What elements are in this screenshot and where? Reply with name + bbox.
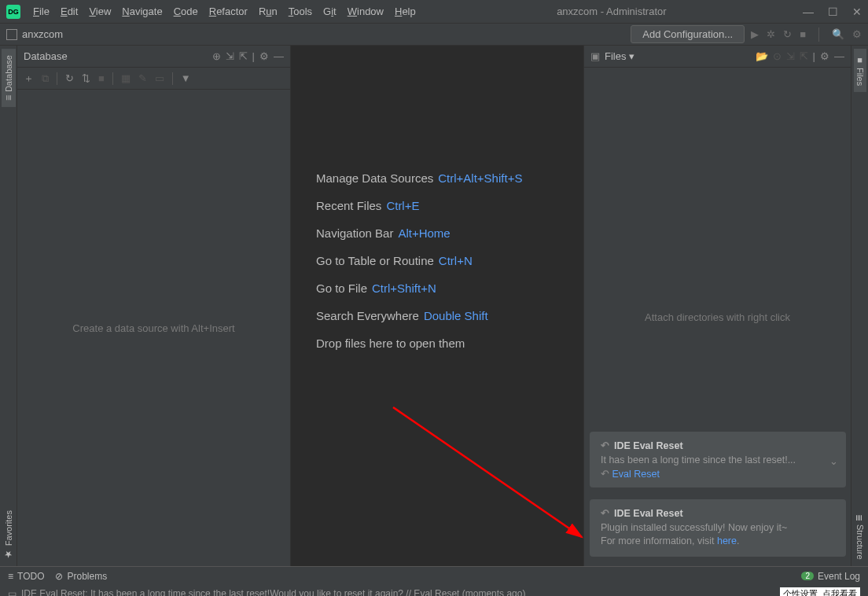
menu-help[interactable]: Help bbox=[390, 3, 421, 20]
filter-icon[interactable]: ▼ bbox=[181, 72, 191, 84]
refresh-icon[interactable]: ↻ bbox=[65, 72, 74, 84]
database-panel-title: Database bbox=[24, 50, 208, 62]
hint-go-to-file[interactable]: Go to FileCtrl+Shift+N bbox=[316, 281, 436, 295]
gear-icon[interactable]: ⚙ bbox=[259, 50, 269, 62]
duplicate-icon[interactable]: ⧉ bbox=[42, 72, 49, 85]
expand-icon[interactable]: ⇲ bbox=[786, 50, 795, 62]
coverage-icon[interactable]: ↻ bbox=[783, 28, 792, 40]
maximize-button[interactable]: ☐ bbox=[828, 6, 838, 18]
files-panel-title[interactable]: Files ▾ bbox=[605, 50, 751, 62]
database-icon: ≡ bbox=[3, 95, 14, 101]
separator: | bbox=[252, 50, 255, 62]
status-problems[interactable]: ⊘Problems bbox=[55, 571, 107, 582]
target-icon[interactable]: ⊙ bbox=[773, 50, 782, 62]
edit-icon[interactable]: ✎ bbox=[138, 72, 147, 84]
left-tool-rail: ≡ Database ★ Favorites bbox=[0, 46, 17, 566]
search-icon[interactable]: 🔍 bbox=[832, 28, 844, 40]
tab-database[interactable]: ≡ Database bbox=[2, 49, 16, 107]
list-icon: ≡ bbox=[8, 571, 13, 582]
separator bbox=[818, 28, 819, 42]
menu-git[interactable]: Git bbox=[318, 3, 341, 20]
status-message-bar: ▭ IDE Eval Reset: It has been a long tim… bbox=[0, 585, 868, 596]
database-panel-header: Database ⊕ ⇲ ⇱ | ⚙ — bbox=[17, 46, 290, 68]
menu-window[interactable]: Window bbox=[343, 3, 388, 20]
files-panel: ▣ Files ▾ 📂 ⊙ ⇲ ⇱ | ⚙ — Attach directori… bbox=[583, 46, 851, 566]
editor-area[interactable]: Manage Data SourcesCtrl+Alt+Shift+S Rece… bbox=[291, 46, 583, 566]
target-icon[interactable]: ⊕ bbox=[212, 50, 221, 62]
undo-icon: ↶ bbox=[601, 469, 609, 480]
menu-run[interactable]: Run bbox=[254, 3, 282, 20]
settings-icon[interactable]: ⚙ bbox=[852, 28, 862, 40]
collapse-icon[interactable]: ⇱ bbox=[239, 50, 248, 62]
files-panel-body[interactable]: Attach directories with right click bbox=[584, 68, 851, 566]
open-icon[interactable]: 📂 bbox=[756, 50, 768, 62]
warning-icon: ⊘ bbox=[55, 571, 63, 582]
folder-icon: ■ bbox=[855, 55, 865, 64]
undo-icon: ↶ bbox=[601, 507, 609, 519]
project-icon bbox=[6, 29, 17, 40]
tab-database-label: Database bbox=[4, 55, 13, 92]
menu-view[interactable]: View bbox=[84, 3, 116, 20]
tab-favorites[interactable]: ★ Favorites bbox=[2, 504, 16, 566]
gear-icon[interactable]: ⚙ bbox=[820, 50, 829, 62]
menu-edit[interactable]: Edit bbox=[56, 3, 83, 20]
add-icon[interactable]: ＋ bbox=[24, 72, 34, 86]
hint-drop-files: Drop files here to open them bbox=[316, 337, 465, 350]
files-empty-hint: Attach directories with right click bbox=[645, 311, 790, 323]
separator bbox=[172, 72, 173, 85]
notification-title: IDE Eval Reset bbox=[614, 508, 683, 519]
status-todo[interactable]: ≡TODO bbox=[8, 571, 44, 582]
chevron-down-icon[interactable]: ⌄ bbox=[829, 455, 838, 467]
hide-icon[interactable]: — bbox=[274, 50, 284, 62]
separator bbox=[112, 72, 113, 85]
stop-icon[interactable]: ■ bbox=[98, 72, 105, 84]
hint-manage-data-sources[interactable]: Manage Data SourcesCtrl+Alt+Shift+S bbox=[316, 171, 522, 185]
notification-eval-reset-1[interactable]: ↶IDE Eval Reset It has been a long time … bbox=[590, 432, 846, 487]
separator: | bbox=[813, 50, 815, 62]
database-panel-body[interactable]: Create a data source with Alt+Insert bbox=[17, 90, 290, 566]
run-icon[interactable]: ▶ bbox=[751, 28, 759, 40]
menu-code[interactable]: Code bbox=[169, 3, 203, 20]
view-icon[interactable]: ▭ bbox=[155, 72, 164, 84]
expand-icon[interactable]: ⇲ bbox=[226, 50, 234, 62]
hide-icon[interactable]: — bbox=[834, 50, 844, 62]
window-title: anxzcom - Administrator bbox=[421, 6, 803, 17]
notification-eval-reset-2[interactable]: ↶IDE Eval Reset Plugin installed success… bbox=[590, 499, 846, 557]
main-menu: File Edit View Navigate Code Refactor Ru… bbox=[28, 3, 421, 20]
notification-message: Plugin installed successfully! Now enjoy… bbox=[601, 522, 835, 533]
menu-navigate[interactable]: Navigate bbox=[117, 3, 167, 20]
right-tool-rail: ■ Files ≣ Structure bbox=[851, 46, 868, 566]
undo-icon: ↶ bbox=[601, 440, 609, 451]
hint-search-everywhere[interactable]: Search EverywhereDouble Shift bbox=[316, 309, 488, 322]
add-configuration-button[interactable]: Add Configuration... bbox=[631, 25, 745, 43]
database-toolbar: ＋ ⧉ ↻ ⇅ ■ ▦ ✎ ▭ ▼ bbox=[17, 68, 290, 90]
collapse-icon[interactable]: ⇱ bbox=[800, 50, 808, 62]
hint-recent-files[interactable]: Recent FilesCtrl+E bbox=[316, 199, 419, 212]
nav-toolbar: anxzcom Add Configuration... ▶ ✲ ↻ ■ 🔍 ⚙ bbox=[0, 24, 868, 46]
close-button[interactable]: ✕ bbox=[852, 6, 862, 18]
eval-reset-link[interactable]: Eval Reset bbox=[612, 469, 659, 480]
tab-files[interactable]: ■ Files bbox=[854, 49, 866, 92]
hint-go-to-table[interactable]: Go to Table or RoutineCtrl+N bbox=[316, 254, 473, 267]
tab-favorites-label: Favorites bbox=[4, 510, 13, 546]
status-bar: ≡TODO ⊘Problems 2Event Log bbox=[0, 566, 868, 585]
hint-navigation-bar[interactable]: Navigation BarAlt+Home bbox=[316, 226, 451, 240]
breadcrumb[interactable]: anxzcom bbox=[22, 28, 631, 40]
table-icon[interactable]: ▦ bbox=[121, 72, 131, 84]
debug-icon[interactable]: ✲ bbox=[767, 28, 775, 40]
tab-structure[interactable]: ≣ Structure bbox=[853, 508, 866, 566]
status-event-log[interactable]: 2Event Log bbox=[801, 571, 860, 582]
stop-icon[interactable]: ■ bbox=[800, 28, 806, 40]
ime-indicator[interactable]: 个性设置点我看看 bbox=[780, 587, 860, 597]
menu-refactor[interactable]: Refactor bbox=[204, 3, 252, 20]
here-link[interactable]: here bbox=[717, 535, 737, 546]
window-controls: — ☐ ✕ bbox=[803, 6, 862, 18]
sync-icon[interactable]: ⇅ bbox=[82, 72, 90, 84]
status-message[interactable]: IDE Eval Reset: It has been a long time … bbox=[21, 588, 525, 596]
folder-icon: ▣ bbox=[590, 50, 600, 62]
menu-tools[interactable]: Tools bbox=[284, 3, 317, 20]
menu-file[interactable]: File bbox=[28, 3, 54, 20]
tab-structure-label: Structure bbox=[855, 524, 865, 560]
database-panel: Database ⊕ ⇲ ⇱ | ⚙ — ＋ ⧉ ↻ ⇅ ■ ▦ ✎ ▭ ▼ C… bbox=[17, 46, 291, 566]
minimize-button[interactable]: — bbox=[803, 6, 814, 18]
